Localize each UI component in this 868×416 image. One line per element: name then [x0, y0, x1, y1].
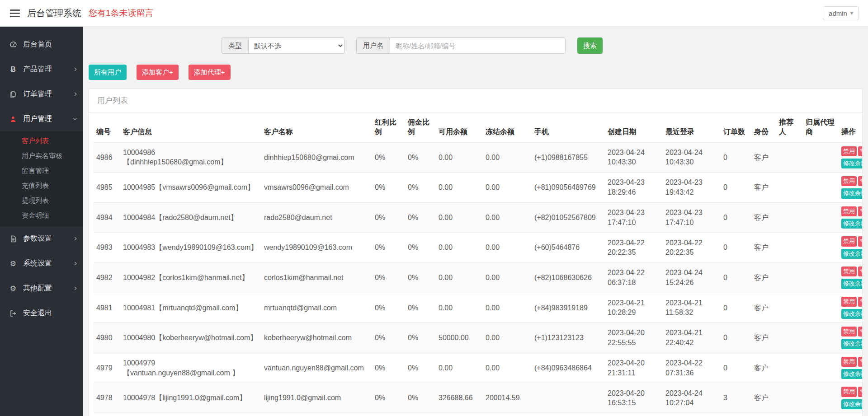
add-customer-button[interactable]: 添加客户+: [137, 65, 179, 80]
table-row: 498410004984【rado2580@daum.net】rado2580@…: [94, 202, 862, 233]
edit-balance-button[interactable]: 修改余额: [841, 159, 862, 168]
cell-available: 0.00: [436, 353, 483, 383]
cell-bonus: 0%: [372, 293, 405, 323]
search-button[interactable]: 搜索: [577, 37, 603, 54]
type-select[interactable]: 默认不选: [248, 37, 344, 54]
sidebar-item-label: 后台首页: [23, 40, 77, 49]
cell-id: 4979: [94, 353, 120, 383]
cell-commission: 0%: [405, 383, 436, 413]
edit-button[interactable]: ✎修改: [858, 236, 862, 246]
cell-frozen: 0.00: [483, 353, 532, 383]
edit-button[interactable]: ✎修改: [858, 357, 862, 367]
cell-created: 2023-04-24 10:43:30: [605, 142, 663, 173]
sidebar-subitem-recharge-list[interactable]: 充值列表: [0, 178, 83, 193]
sidebar-subitem-customer-list[interactable]: 客户列表: [0, 133, 83, 148]
document-icon: [8, 235, 18, 243]
edit-button[interactable]: ✎修改: [858, 206, 862, 216]
cell-name: lijing1991.0@gmail.com: [261, 383, 372, 413]
sidebar-item-products[interactable]: Ƀ产品管理›: [0, 57, 83, 82]
table-body: 498610004986【dinhhiep150680@gmai.com】din…: [94, 142, 862, 416]
cell-name: vantuan.nguyen88@gmail.com: [261, 353, 372, 383]
cell-frozen: 0.00: [483, 323, 532, 353]
cell-last_login: 2023-04-22 07:31:36: [663, 353, 721, 383]
sidebar-subitem-withdraw-list[interactable]: 提现列表: [0, 193, 83, 208]
cell-agent: [803, 142, 839, 173]
column-header-frozen: 冻结余额: [483, 112, 532, 142]
username-input[interactable]: [390, 37, 566, 54]
disable-button[interactable]: 禁用: [841, 387, 857, 397]
cell-available: 0.00: [436, 233, 483, 263]
cell-commission: 0%: [405, 353, 436, 383]
cell-created: 2023-04-20 16:53:15: [605, 383, 663, 413]
cell-created: 2023-04-21 10:28:29: [605, 293, 663, 323]
sidebar-item-logout[interactable]: 安全退出: [0, 301, 83, 326]
pencil-icon: ✎: [860, 299, 862, 304]
edit-balance-button[interactable]: 修改余额: [841, 188, 862, 198]
cell-phone: (+82)01052567809: [532, 202, 605, 233]
sidebar-item-label: 其他配置: [23, 284, 74, 293]
hamburger-menu-icon[interactable]: [10, 8, 20, 19]
sidebar-item-orders[interactable]: 订单管理›: [0, 82, 83, 107]
cell-referrer: [776, 173, 803, 203]
column-header-bonus: 红利比例: [372, 112, 405, 142]
cell-commission: [405, 413, 436, 416]
cell-bonus: 0%: [372, 323, 405, 353]
edit-button[interactable]: ✎修改: [858, 327, 862, 337]
cell-bonus: 0%: [372, 262, 405, 293]
cell-orders: 3: [721, 383, 751, 413]
disable-button[interactable]: 禁用: [841, 236, 857, 246]
edit-button[interactable]: ✎修改: [858, 297, 862, 307]
cell-info: 10004985【vmsawrs0096@gmail.com】: [120, 173, 261, 203]
edit-balance-button[interactable]: 修改余额: [841, 399, 862, 409]
disable-button[interactable]: 禁用: [841, 206, 857, 216]
column-header-role: 身份: [751, 112, 776, 142]
pencil-icon: ✎: [860, 389, 862, 395]
add-agent-button[interactable]: 添加代理+: [189, 65, 231, 80]
all-users-button[interactable]: 所有用户: [89, 65, 127, 80]
main-content: 类型 默认不选 用户名 搜索 所有用户 添加客户+ 添加代理+ 用户列表 编号客…: [83, 27, 868, 416]
edit-balance-button[interactable]: 修改余额: [841, 279, 862, 289]
edit-balance-button[interactable]: 修改余额: [841, 219, 862, 229]
cell-bonus: 0%: [372, 202, 405, 233]
cell-created: 2023-04-23 18:29:46: [605, 173, 663, 203]
chevron-right-icon: ›: [74, 89, 77, 98]
edit-button[interactable]: ✎修改: [858, 266, 862, 276]
edit-balance-button[interactable]: 修改余额: [841, 249, 862, 259]
cell-available: 50000.00: [436, 323, 483, 353]
row-actions: 禁用✎修改成为代理商留言修改余额删除: [841, 297, 862, 319]
sidebar-item-users[interactable]: 用户管理›: [0, 107, 83, 131]
disable-button[interactable]: 禁用: [841, 266, 857, 276]
cell-name: vmsawrs0096@gmail.com: [261, 173, 372, 203]
disable-button[interactable]: 禁用: [841, 146, 857, 156]
cell-agent: [803, 233, 839, 263]
unread-message-notice[interactable]: 您有1条未读留言: [89, 7, 154, 19]
edit-balance-button[interactable]: 修改余额: [841, 309, 862, 319]
edit-balance-button[interactable]: 修改余额: [841, 339, 862, 349]
disable-button[interactable]: 禁用: [841, 176, 857, 186]
cell-info: 10004986【dinhhiep150680@gmai.com】: [120, 142, 261, 173]
cell-orders: 0: [721, 233, 751, 263]
cell-referrer: [776, 293, 803, 323]
disable-button[interactable]: 禁用: [841, 357, 857, 367]
admin-dropdown[interactable]: admin ▾: [823, 6, 859, 20]
disable-button[interactable]: 禁用: [841, 297, 857, 307]
edit-button[interactable]: ✎修改: [858, 176, 862, 186]
sidebar-subitem-user-verify[interactable]: 用户实名审核: [0, 148, 83, 163]
sidebar-item-system[interactable]: ⚙系统设置›: [0, 251, 83, 276]
sidebar-item-params[interactable]: 参数设置›: [0, 226, 83, 251]
edit-balance-button[interactable]: 修改余额: [841, 369, 862, 379]
cell-available: 0.00: [436, 173, 483, 203]
cell-last_login: 2023-04-20: [663, 413, 721, 416]
sidebar-subitem-funds-detail[interactable]: 资金明细: [0, 208, 83, 223]
edit-button[interactable]: ✎修改: [858, 387, 862, 397]
cell-info: 10004979【vantuan.nguyen88@gmail.com 】: [120, 353, 261, 383]
cell-id: 4983: [94, 233, 120, 263]
disable-button[interactable]: 禁用: [841, 327, 857, 337]
sidebar-subitem-message-manage[interactable]: 留言管理: [0, 163, 83, 178]
cell-created: 2023-04-20 21:31:11: [605, 353, 663, 383]
sidebar-item-home[interactable]: 后台首页: [0, 32, 83, 57]
sidebar-item-other-config[interactable]: ⚙其他配置›: [0, 276, 83, 301]
cell-referrer: [776, 383, 803, 413]
edit-button[interactable]: ✎修改: [858, 146, 862, 156]
cell-commission: 0%: [405, 202, 436, 233]
